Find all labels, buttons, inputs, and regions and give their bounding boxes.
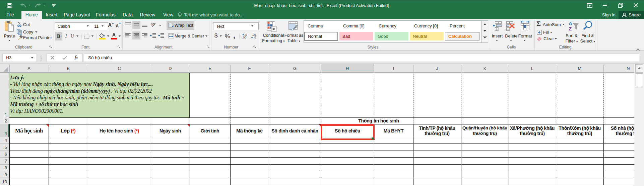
svg-text:≠: ≠ <box>272 26 275 31</box>
svg-text:ab: ab <box>151 22 155 26</box>
svg-text:.0: .0 <box>245 33 247 36</box>
svg-text:.00: .00 <box>242 36 246 39</box>
svg-text:.0: .0 <box>254 36 256 39</box>
